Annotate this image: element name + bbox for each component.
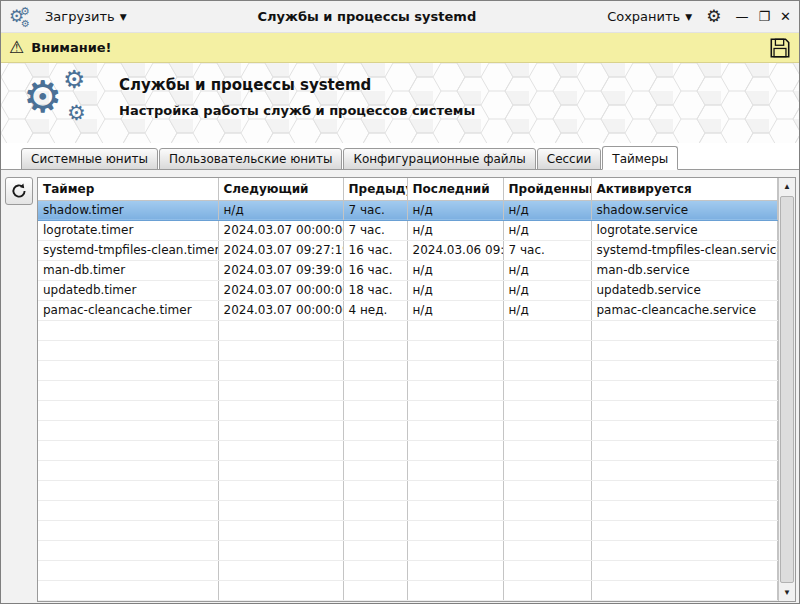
table-cell: н/д: [218, 200, 343, 220]
header-text: Службы и процессы systemd Настройка рабо…: [119, 76, 475, 118]
empty-row: [38, 560, 778, 580]
empty-row: [38, 460, 778, 480]
table-cell: 2024.03.07 00:00:00: [218, 280, 343, 300]
floppy-disk-icon: [769, 37, 791, 59]
app-header: ⚙ ⚙ ⚙ Службы и процессы systemd Настройк…: [1, 63, 799, 143]
table-cell: updatedb.timer: [38, 280, 218, 300]
minimize-button[interactable]: —: [735, 10, 748, 23]
chevron-down-icon: ▼: [120, 12, 127, 22]
table-cell: systemd-tmpfiles-clean.service: [591, 240, 778, 260]
app-gears-icon: ⚙ ⚙ ⚙: [9, 6, 33, 28]
scrollbar-thumb[interactable]: [780, 196, 794, 583]
warning-icon: ⚠: [9, 39, 24, 56]
tab-timers[interactable]: Таймеры: [602, 146, 678, 170]
table-cell: logrotate.timer: [38, 220, 218, 240]
empty-row: [38, 420, 778, 440]
table-cell: updatedb.service: [591, 280, 778, 300]
column-header-activates[interactable]: Активируется: [591, 178, 778, 200]
empty-row: [38, 380, 778, 400]
content-area: Таймер Следующий Предыдущ Последний Прой…: [1, 170, 799, 604]
table-cell: 2024.03.07 00:00:00: [218, 300, 343, 320]
tab-sessions[interactable]: Сессии: [537, 148, 602, 170]
maximize-button[interactable]: ❐: [758, 10, 770, 23]
table-cell: pamac-cleancache.service: [591, 300, 778, 320]
settings-gear-button[interactable]: ⚙: [704, 6, 723, 27]
table-cell: н/д: [407, 300, 503, 320]
warning-bar: ⚠ Внимание!: [1, 33, 799, 63]
column-header-last[interactable]: Последний: [407, 178, 503, 200]
table-cell: н/д: [407, 220, 503, 240]
scroll-down-button[interactable]: ▼: [779, 584, 795, 601]
table-cell: 2024.03.07 00:00:00: [218, 220, 343, 240]
load-button[interactable]: Загрузить ▼: [41, 7, 131, 26]
refresh-button[interactable]: [5, 177, 33, 205]
titlebar: ⚙ ⚙ ⚙ Загрузить ▼ Службы и процессы syst…: [1, 1, 799, 33]
window-controls: — ❐ ✕: [735, 10, 791, 23]
table-cell: pamac-cleancache.timer: [38, 300, 218, 320]
vertical-scrollbar: ▲ ▼: [778, 178, 795, 601]
timer-table-body: shadow.timerн/д7 час.н/дн/дshadow.servic…: [38, 200, 778, 601]
empty-row: [38, 340, 778, 360]
table-cell: н/д: [503, 260, 591, 280]
tab-user-units[interactable]: Пользовательские юниты: [159, 148, 342, 170]
chevron-down-icon: ▼: [685, 12, 692, 22]
timer-table: Таймер Следующий Предыдущ Последний Прой…: [37, 177, 796, 602]
app-logo-gears-icon: ⚙ ⚙ ⚙: [21, 67, 107, 139]
window-title: Службы и процессы systemd: [139, 9, 596, 24]
table-cell: 7 час.: [343, 200, 407, 220]
tab-config-files[interactable]: Конфигурационные файлы: [343, 148, 535, 170]
column-header-passed[interactable]: Пройденный: [503, 178, 591, 200]
table-row[interactable]: logrotate.timer2024.03.07 00:00:007 час.…: [38, 220, 778, 240]
table-cell: shadow.service: [591, 200, 778, 220]
close-button[interactable]: ✕: [780, 10, 791, 23]
table-cell: shadow.timer: [38, 200, 218, 220]
tab-bar: Системные юниты Пользовательские юниты К…: [1, 143, 799, 170]
table-cell: н/д: [503, 220, 591, 240]
column-header-previous[interactable]: Предыдущ: [343, 178, 407, 200]
empty-row: [38, 320, 778, 340]
table-row[interactable]: pamac-cleancache.timer2024.03.07 00:00:0…: [38, 300, 778, 320]
scroll-up-button[interactable]: ▲: [779, 178, 795, 195]
table-cell: 2024.03.07 09:39:00: [218, 260, 343, 280]
load-button-label: Загрузить: [45, 9, 115, 24]
empty-row: [38, 580, 778, 600]
warning-text: Внимание!: [31, 40, 111, 55]
table-cell: 2024.03.06 09:27:19: [407, 240, 503, 260]
refresh-icon: [11, 183, 27, 199]
table-cell: man-db.service: [591, 260, 778, 280]
table-row[interactable]: systemd-tmpfiles-clean.timer2024.03.07 0…: [38, 240, 778, 260]
empty-row: [38, 520, 778, 540]
empty-row: [38, 400, 778, 420]
table-cell: 16 час.: [343, 240, 407, 260]
table-row[interactable]: man-db.timer2024.03.07 09:39:0016 час.н/…: [38, 260, 778, 280]
table-cell: н/д: [503, 200, 591, 220]
table-cell: н/д: [407, 260, 503, 280]
save-button-label: Сохранить: [607, 9, 680, 24]
table-cell: 16 час.: [343, 260, 407, 280]
table-cell: н/д: [503, 300, 591, 320]
empty-row: [38, 440, 778, 460]
column-header-next[interactable]: Следующий: [218, 178, 343, 200]
page-subtitle: Настройка работы служб и процессов систе…: [119, 103, 475, 118]
table-cell: 18 час.: [343, 280, 407, 300]
table-cell: logrotate.service: [591, 220, 778, 240]
table-cell: 2024.03.07 09:27:19: [218, 240, 343, 260]
table-row[interactable]: updatedb.timer2024.03.07 00:00:0018 час.…: [38, 280, 778, 300]
app-window: ⚙ ⚙ ⚙ Загрузить ▼ Службы и процессы syst…: [0, 0, 800, 604]
empty-row: [38, 500, 778, 520]
table-header-row: Таймер Следующий Предыдущ Последний Прой…: [38, 178, 778, 200]
table-cell: systemd-tmpfiles-clean.timer: [38, 240, 218, 260]
save-button[interactable]: Сохранить ▼: [603, 7, 696, 26]
table-row[interactable]: shadow.timerн/д7 час.н/дн/дshadow.servic…: [38, 200, 778, 220]
page-title: Службы и процессы systemd: [119, 76, 475, 94]
tab-system-units[interactable]: Системные юниты: [21, 148, 158, 170]
empty-row: [38, 600, 778, 601]
table-cell: 7 час.: [343, 220, 407, 240]
table-cell: man-db.timer: [38, 260, 218, 280]
column-header-timer[interactable]: Таймер: [38, 178, 218, 200]
save-file-button[interactable]: [769, 37, 791, 59]
table-cell: н/д: [407, 280, 503, 300]
table-cell: 7 час.: [503, 240, 591, 260]
table-cell: 4 нед.: [343, 300, 407, 320]
empty-row: [38, 360, 778, 380]
